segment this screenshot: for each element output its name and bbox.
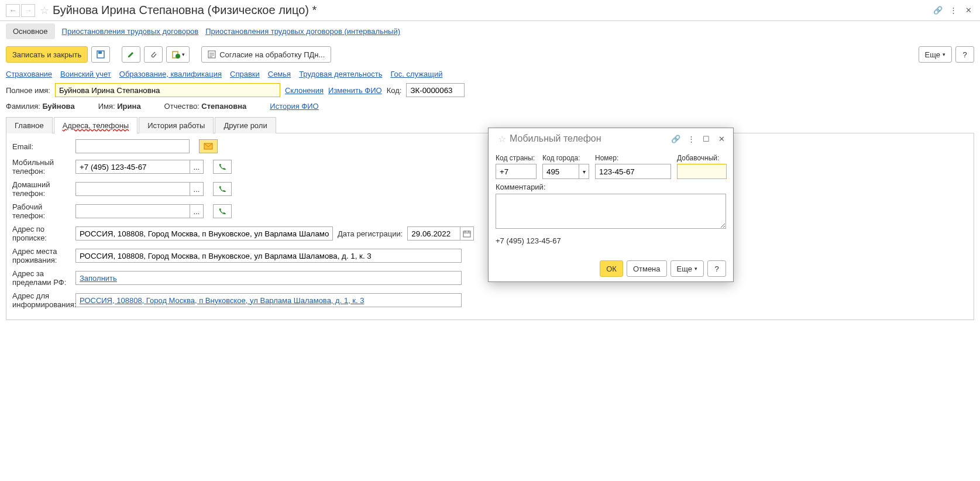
abroad-addr-label: Адрес за пределами РФ:: [12, 269, 71, 287]
help-button[interactable]: ?: [955, 46, 974, 63]
send-email-button[interactable]: [199, 139, 218, 153]
info-addr-input[interactable]: РОССИЯ, 108808, Город Москва, п Внуковск…: [75, 293, 462, 307]
dialog-title: Мобильный телефон: [510, 133, 666, 144]
country-code-input[interactable]: [496, 164, 537, 179]
favorite-star-icon[interactable]: ☆: [40, 4, 49, 17]
work-call-button[interactable]: [213, 204, 232, 218]
work-expand-button[interactable]: ...: [190, 204, 204, 218]
more-icon[interactable]: ⋮: [947, 5, 959, 16]
consent-button[interactable]: Согласие на обработку ПДн...: [201, 46, 331, 63]
dialog-close-icon[interactable]: ✕: [716, 133, 727, 145]
declensions-link[interactable]: Склонения: [285, 86, 324, 95]
midname-value: Степановна: [201, 102, 246, 111]
info-addr-value: РОССИЯ, 108808, Город Москва, п Внуковск…: [80, 296, 365, 305]
link-military[interactable]: Воинский учет: [60, 70, 111, 78]
info-addr-label: Адрес для информирования:: [12, 291, 71, 309]
live-addr-label: Адрес места проживания:: [12, 247, 71, 264]
attach-button[interactable]: [144, 46, 163, 63]
save-button[interactable]: [91, 46, 110, 63]
svg-rect-6: [463, 231, 470, 237]
ext-input[interactable]: [677, 164, 727, 179]
tab-suspensions[interactable]: Приостановления трудовых договоров: [62, 27, 199, 36]
code-input[interactable]: [406, 83, 465, 97]
dialog-more-icon[interactable]: ⋮: [685, 133, 697, 145]
live-addr-input[interactable]: [75, 249, 462, 263]
create-based-button[interactable]: ▾: [166, 46, 190, 63]
inner-tab-history[interactable]: История работы: [139, 117, 214, 133]
city-code-input[interactable]: [542, 164, 579, 179]
dialog-maximize-icon[interactable]: ☐: [700, 133, 712, 145]
change-fio-link[interactable]: Изменить ФИО: [328, 86, 382, 95]
mobile-phone-dialog: ☆ Мобильный телефон 🔗 ⋮ ☐ ✕ Код страны: …: [488, 128, 734, 282]
city-code-dropdown[interactable]: ▾: [579, 164, 589, 179]
inner-tab-main[interactable]: Главное: [6, 117, 53, 133]
nav-back-button[interactable]: ←: [6, 4, 20, 17]
tab-suspensions-interval[interactable]: Приостановления трудовых договоров (инте…: [205, 27, 400, 36]
close-icon[interactable]: ✕: [962, 5, 974, 16]
home-label: Домашний телефон:: [12, 180, 71, 198]
lastname-value: Буйнова: [42, 102, 74, 111]
inner-tab-other[interactable]: Другие роли: [215, 117, 276, 133]
number-input[interactable]: [595, 164, 671, 179]
mobile-input[interactable]: [75, 160, 190, 174]
abroad-addr-input[interactable]: Заполнить: [75, 271, 462, 285]
save-close-button[interactable]: Записать и закрыть: [6, 46, 88, 63]
link-work[interactable]: Трудовая деятельность: [299, 70, 382, 78]
comment-label: Комментарий:: [496, 183, 546, 191]
work-label: Рабочий телефон:: [12, 202, 71, 220]
reg-addr-label: Адрес по прописке:: [12, 225, 71, 242]
lastname-label: Фамилия:: [6, 102, 40, 111]
work-input[interactable]: [75, 204, 190, 218]
nav-forward-button[interactable]: →: [21, 4, 35, 17]
svg-rect-1: [98, 51, 102, 54]
email-input[interactable]: [75, 139, 190, 153]
mobile-call-button[interactable]: [213, 160, 232, 174]
link-insurance[interactable]: Страхование: [6, 70, 52, 78]
dialog-help-button[interactable]: ?: [707, 260, 726, 277]
home-expand-button[interactable]: ...: [190, 182, 204, 196]
firstname-label: Имя:: [98, 102, 115, 111]
mobile-label: Мобильный телефон:: [12, 158, 71, 176]
midname-label: Отчество:: [164, 102, 200, 111]
number-label: Номер:: [595, 154, 671, 162]
fullname-label: Полное имя:: [6, 86, 50, 95]
svg-point-3: [176, 54, 180, 59]
home-input[interactable]: [75, 182, 190, 196]
reg-date-label: Дата регистрации:: [338, 229, 403, 238]
fullname-input[interactable]: [55, 83, 280, 97]
comment-input[interactable]: [496, 194, 726, 229]
window-title: Буйнова Ирина Степановна (Физическое лиц…: [53, 4, 929, 17]
tab-main[interactable]: Основное: [6, 23, 55, 39]
dialog-more-button[interactable]: Еще ▾: [670, 260, 704, 277]
fio-history-link[interactable]: История ФИО: [270, 102, 318, 111]
link-icon[interactable]: 🔗: [932, 5, 944, 16]
mobile-expand-button[interactable]: ...: [190, 160, 204, 174]
edit-button[interactable]: [122, 46, 140, 63]
link-education[interactable]: Образование, квалификация: [119, 70, 222, 78]
link-family[interactable]: Семья: [268, 70, 291, 78]
more-button[interactable]: Еще ▾: [919, 46, 952, 63]
calendar-button[interactable]: [460, 226, 474, 240]
dialog-cancel-button[interactable]: Отмена: [627, 260, 667, 277]
city-code-label: Код города:: [542, 154, 589, 162]
reg-addr-input[interactable]: [75, 226, 333, 240]
link-refs[interactable]: Справки: [230, 70, 260, 78]
code-label: Код:: [387, 86, 402, 95]
dialog-star-icon[interactable]: ☆: [498, 133, 506, 145]
inner-tab-addresses[interactable]: Адреса, телефоны: [54, 117, 138, 133]
home-call-button[interactable]: [213, 182, 232, 196]
reg-date-input[interactable]: [407, 226, 460, 240]
fill-link[interactable]: Заполнить: [80, 274, 117, 283]
phone-preview: +7 (495) 123-45-67: [496, 236, 726, 245]
ext-label: Добавочный:: [677, 154, 727, 162]
country-code-label: Код страны:: [496, 154, 537, 162]
dialog-link-icon[interactable]: 🔗: [670, 133, 682, 145]
email-label: Email:: [12, 142, 71, 151]
dialog-ok-button[interactable]: ОК: [600, 260, 623, 277]
firstname-value: Ирина: [117, 102, 140, 111]
link-gov[interactable]: Гос. служащий: [390, 70, 442, 78]
